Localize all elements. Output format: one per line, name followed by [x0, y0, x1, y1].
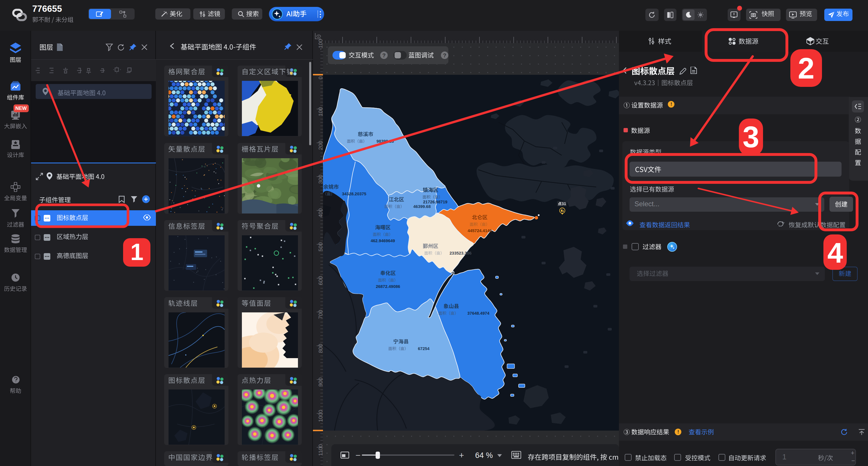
- svg-text:3: 3: [743, 120, 759, 154]
- svg-text:2: 2: [798, 52, 814, 85]
- svg-text:1: 1: [130, 239, 144, 265]
- svg-text:4: 4: [828, 237, 843, 269]
